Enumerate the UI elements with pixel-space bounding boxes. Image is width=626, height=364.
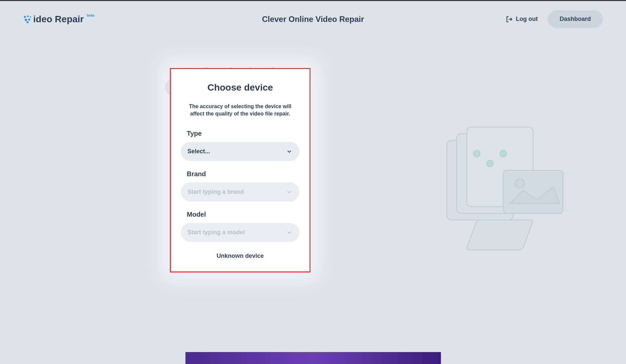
type-select-text: Select... [187, 148, 210, 155]
svg-point-2 [30, 16, 31, 18]
svg-point-1 [27, 15, 29, 17]
brand-label: Brand [181, 170, 300, 178]
chevron-down-icon [287, 230, 292, 235]
svg-point-10 [515, 179, 524, 188]
logout-label: Log out [516, 16, 538, 23]
logo-text: ideo Repair [33, 14, 84, 25]
chevron-down-icon [287, 189, 292, 194]
svg-point-14 [500, 150, 507, 157]
field-model: Model Start typing a model [181, 211, 300, 242]
dashboard-button[interactable]: Dashboard [548, 10, 603, 28]
svg-point-5 [27, 21, 29, 23]
svg-point-4 [28, 19, 30, 21]
logo-icon [23, 15, 32, 24]
header: ideo Repair beta Clever Online Video Rep… [0, 1, 626, 37]
choose-device-modal: Choose device The accuracy of selecting … [170, 68, 311, 272]
model-select[interactable]: Start typing a model [181, 223, 300, 242]
field-brand: Brand Start typing a brand [181, 170, 300, 201]
logout-link[interactable]: Log out [506, 16, 538, 23]
svg-rect-11 [466, 220, 533, 250]
field-type: Type Select... [181, 130, 300, 161]
svg-point-12 [473, 150, 480, 157]
unknown-device-link[interactable]: Unknown device [181, 253, 300, 259]
background-illustration [427, 120, 586, 253]
brand-select[interactable]: Start typing a brand [181, 182, 300, 201]
logo[interactable]: ideo Repair beta [23, 14, 84, 25]
bottom-promo-image [185, 352, 441, 364]
modal-title: Choose device [181, 82, 300, 93]
svg-point-0 [24, 16, 26, 18]
logout-icon [506, 16, 513, 23]
svg-point-3 [25, 19, 27, 21]
type-label: Type [181, 130, 300, 137]
page-title: Clever Online Video Repair [262, 15, 364, 24]
model-label: Model [181, 211, 300, 218]
brand-select-text: Start typing a brand [187, 188, 244, 195]
modal-description: The accuracy of selecting the device wil… [181, 103, 300, 118]
model-select-text: Start typing a model [187, 229, 245, 236]
chevron-down-icon [287, 149, 292, 154]
svg-point-13 [487, 160, 493, 167]
type-select[interactable]: Select... [181, 142, 300, 161]
header-actions: Log out Dashboard [506, 10, 603, 28]
logo-beta-badge: beta [87, 13, 95, 17]
